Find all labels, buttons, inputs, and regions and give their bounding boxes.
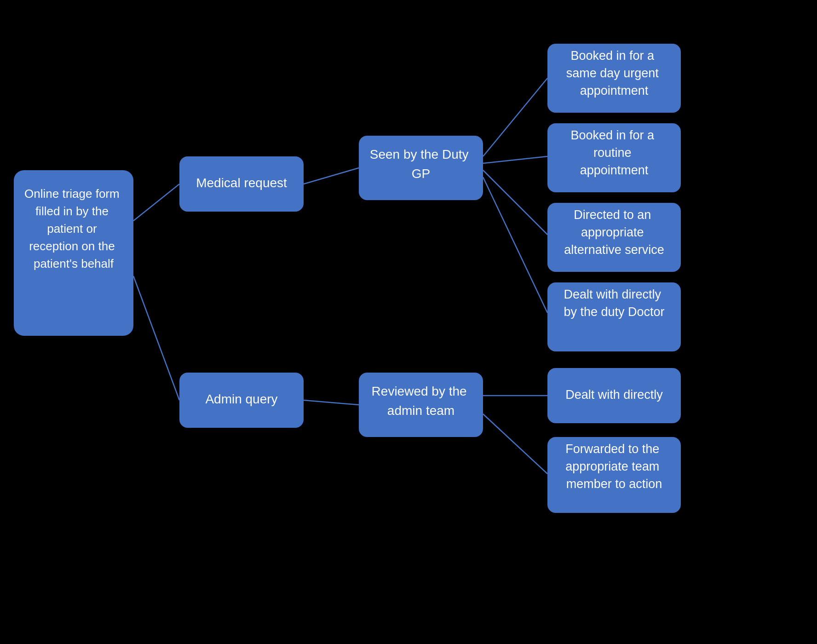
outcome6-label: Forwarded to the appropriate team member…	[565, 442, 663, 491]
outcome1-label: Booked in for a same day urgent appointm…	[566, 49, 662, 98]
line-start-admin	[133, 276, 179, 400]
admin-query-label: Admin query	[205, 392, 277, 406]
flow-diagram: Online triage form filled in by the pati…	[0, 0, 817, 644]
line-dutygp-outcome2	[483, 156, 547, 163]
medical-request-label: Medical request	[196, 176, 287, 190]
line-medical-dutygp	[304, 168, 359, 184]
line-dutygp-outcome4	[483, 177, 547, 313]
line-adminteam-outcome6	[483, 414, 547, 474]
line-start-medical	[133, 184, 179, 221]
line-admin-adminteam	[304, 400, 359, 405]
line-dutygp-outcome3	[483, 170, 547, 235]
outcome5-label: Dealt with directly	[565, 388, 663, 402]
line-dutygp-outcome1	[483, 78, 547, 156]
